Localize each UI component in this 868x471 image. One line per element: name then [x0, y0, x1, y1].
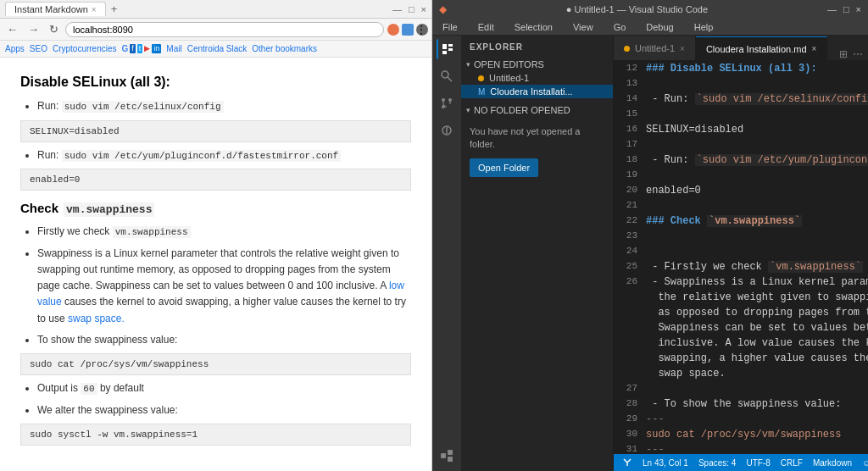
open-editors-header[interactable]: ▾ OPEN EDITORS [461, 58, 613, 71]
no-folder-header[interactable]: ▾ NO FOLDER OPENED [461, 103, 613, 117]
code-block-sysctl: sudo sysctl -w vm.swappiness=1 [20, 424, 411, 446]
bookmark-seo[interactable]: SEO [30, 44, 47, 53]
browser-icon-2 [402, 24, 414, 36]
browser-tab[interactable]: Instant Markdown × [5, 2, 106, 16]
bookmark-icons: G f t ▶ in [122, 44, 162, 53]
svg-rect-3 [442, 51, 447, 54]
left-window: Instant Markdown × + — □ × ← → ↻ ⋮ App [0, 0, 432, 471]
sidebar: EXPLORER ▾ OPEN EDITORS Untitled-1 M Clo… [461, 36, 614, 471]
browser-toolbar-icons: ⋮ [387, 24, 428, 36]
file-cloudera-icon: M [478, 87, 485, 97]
tab-cloudera[interactable]: Cloudera Installation.md × [696, 36, 827, 60]
line-15: 15 [614, 107, 868, 122]
file-cloudera[interactable]: M Cloudera Installati... [461, 85, 613, 98]
forward-button[interactable]: → [25, 21, 42, 37]
tab-untitled-close[interactable]: × [680, 44, 685, 53]
menu-go[interactable]: Go [609, 20, 632, 34]
line-20: 20 enabled=0 [614, 183, 868, 198]
activity-debug[interactable] [437, 120, 457, 141]
tab-cloudera-label: Cloudera Installation.md [706, 44, 807, 54]
vscode-icon: ◆ [439, 3, 447, 15]
editor-content[interactable]: 12 ### Disable SELinux (all 3): 13 14 - … [614, 61, 868, 454]
tab-untitled[interactable]: Untitled-1 × [614, 36, 696, 60]
minimize-button[interactable]: — [392, 4, 402, 14]
vscode-minimize[interactable]: — [827, 4, 837, 14]
svg-rect-13 [448, 450, 453, 455]
menu-file[interactable]: File [437, 20, 463, 34]
editor-area: Untitled-1 × Cloudera Installation.md × … [614, 36, 868, 471]
code-block-swappiness: sudo cat /proc/sys/vm/swappiness [20, 353, 411, 375]
line-12: 12 ### Disable SELinux (all 3): [614, 61, 868, 76]
vscode-title: ● Untitled-1 — Visual Studio Code [452, 4, 822, 14]
status-position[interactable]: Ln 43, Col 1 [643, 458, 688, 468]
refresh-button[interactable]: ↻ [46, 21, 62, 37]
file-cloudera-label: Cloudera Installati... [490, 86, 572, 97]
bookmark-slack[interactable]: Centroida Slack [187, 44, 248, 53]
vscode-body: EXPLORER ▾ OPEN EDITORS Untitled-1 M Clo… [432, 36, 868, 471]
menu-view[interactable]: View [568, 20, 598, 34]
bookmark-apps[interactable]: Apps [5, 44, 25, 53]
new-tab-button[interactable]: + [106, 1, 123, 17]
menu-selection[interactable]: Selection [509, 20, 558, 34]
line-16: 16 SELINUX=disabled [614, 122, 868, 137]
code-block-selinux: SELINUX=disabled [20, 120, 411, 142]
status-spaces[interactable]: Spaces: 4 [698, 458, 736, 468]
status-right: Ln 43, Col 1 Spaces: 4 UTF-8 CRLF Markdo… [643, 458, 868, 468]
bookmark-other[interactable]: Other bookmarks [252, 44, 317, 53]
vscode-maximize[interactable]: □ [843, 4, 849, 14]
status-git [622, 457, 632, 468]
line-27: 27 [614, 381, 868, 396]
open-folder-button[interactable]: Open Folder [470, 158, 538, 177]
activity-git[interactable] [437, 93, 457, 114]
close-button[interactable]: × [421, 4, 426, 14]
more-options-icon[interactable]: ⋮ [416, 24, 428, 36]
menu-debug[interactable]: Debug [641, 20, 678, 34]
list-item-2: Run: sudo vim /etc/yum/pluginconf.d/fast… [37, 147, 411, 164]
run-label-1: Run: [37, 100, 62, 112]
split-editor-icon[interactable]: ⊞ [839, 48, 848, 60]
browser-titlebar: Instant Markdown × + — □ × [0, 0, 431, 19]
line-24: 24 [614, 244, 868, 259]
window-controls[interactable]: — □ × [392, 4, 426, 14]
menu-edit[interactable]: Edit [473, 20, 499, 34]
code-selinux: sudo vim /etc/selinux/config [62, 101, 224, 113]
vscode-menubar: File Edit Selection View Go Debug Help [432, 19, 868, 36]
line-14: 14 - Run: `sudo vim /etc/selinux/config` [614, 91, 868, 107]
content-list-1: Run: sudo vim /etc/selinux/config [20, 98, 411, 115]
open-editors-section: ▾ OPEN EDITORS Untitled-1 M Cloudera Ins… [461, 55, 613, 101]
status-line-ending[interactable]: CRLF [781, 458, 803, 468]
svg-rect-0 [442, 44, 447, 49]
activity-extensions[interactable] [437, 446, 457, 466]
more-tabs-icon[interactable]: ⋯ [853, 48, 863, 60]
svg-point-7 [448, 98, 452, 102]
line-18: 18 - Run: `sudo vim /etc/yum/pluginconf.… [614, 152, 868, 168]
status-encoding[interactable]: UTF-8 [746, 458, 770, 468]
line-17: 17 [614, 137, 868, 152]
check-code: vm.swappiness [64, 202, 154, 217]
file-untitled[interactable]: Untitled-1 [461, 71, 613, 85]
address-bar[interactable] [65, 22, 384, 37]
menu-help[interactable]: Help [689, 20, 719, 34]
list-item-7: We alter the swappiness value: [37, 402, 411, 418]
bookmark-mail[interactable]: Mail [166, 44, 181, 53]
line-31: 31 --- [614, 442, 868, 454]
line-22: 22 ### Check `vm.swappiness` [614, 213, 868, 229]
content-h2: Disable SELinux (all 3): [20, 75, 411, 90]
vscode-close[interactable]: × [856, 4, 861, 14]
tab-close-icon[interactable]: × [92, 5, 97, 14]
activity-search[interactable] [437, 66, 457, 86]
activity-explorer[interactable] [437, 39, 457, 59]
status-language[interactable]: Markdown [813, 458, 852, 468]
maximize-button[interactable]: □ [409, 4, 415, 14]
tab-cloudera-close[interactable]: × [812, 44, 817, 53]
back-button[interactable]: ← [3, 21, 21, 37]
windows-container: Instant Markdown × + — □ × ← → ↻ ⋮ App [0, 0, 868, 471]
check-label: Check [20, 201, 58, 215]
vscode-win-controls[interactable]: — □ × [827, 4, 861, 14]
bookmark-crypto[interactable]: Cryptocurrencies [53, 44, 117, 53]
status-bar: Ln 43, Col 1 Spaces: 4 UTF-8 CRLF Markdo… [614, 454, 868, 471]
browser-toolbar: ← → ↻ ⋮ [0, 19, 431, 41]
by-default-text: by default [97, 382, 144, 394]
line-26: 26 - Swappiness is a Linux kernel parame… [614, 274, 868, 290]
code-fastestmirror: sudo vim /etc/yum/pluginconf.d/fastestmi… [62, 150, 341, 162]
